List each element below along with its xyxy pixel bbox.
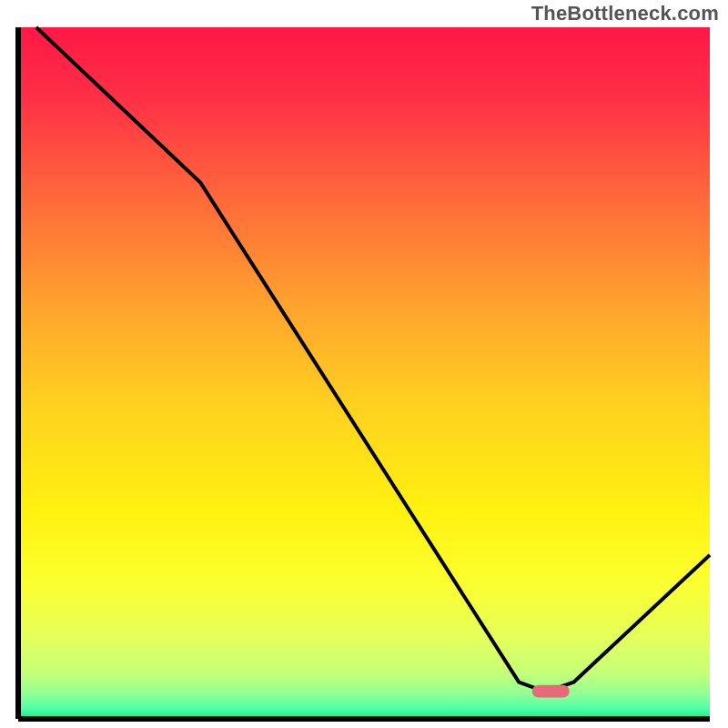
watermark-text: TheBottleneck.com bbox=[531, 2, 719, 25]
chart-frame: TheBottleneck.com bbox=[0, 0, 728, 728]
plot-background bbox=[18, 27, 710, 719]
optimal-marker bbox=[532, 685, 570, 698]
bottleneck-chart bbox=[0, 0, 728, 728]
